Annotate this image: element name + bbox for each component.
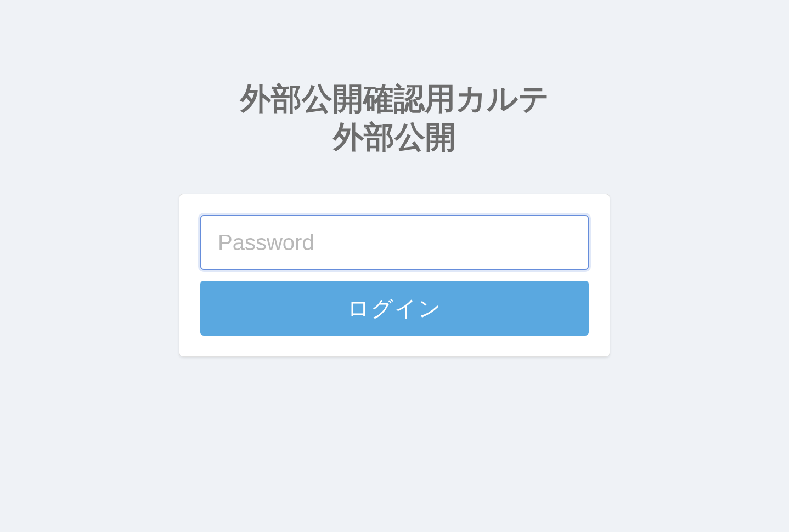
login-card: ログイン xyxy=(179,194,610,357)
page-title-container: 外部公開確認用カルテ 外部公開 xyxy=(240,80,549,156)
page-title-line2: 外部公開 xyxy=(240,118,549,156)
password-input[interactable] xyxy=(200,215,589,270)
login-button[interactable]: ログイン xyxy=(200,281,589,336)
password-input-wrapper xyxy=(200,215,589,270)
page-title-line1: 外部公開確認用カルテ xyxy=(240,80,549,118)
